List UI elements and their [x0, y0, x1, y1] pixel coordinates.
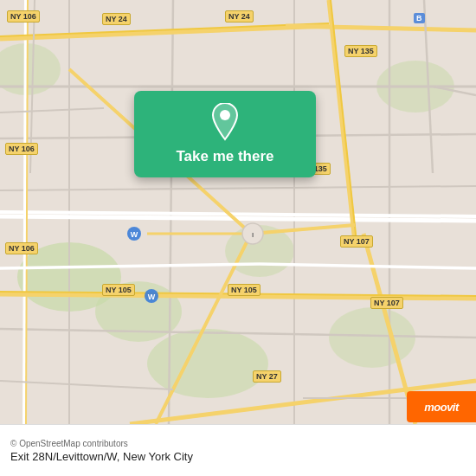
- label-ny24-1: NY 24: [102, 13, 131, 25]
- svg-text:I: I: [252, 231, 254, 239]
- take-me-there-button[interactable]: Take me there: [176, 148, 273, 165]
- label-ny107-2: NY 107: [370, 297, 403, 309]
- label-ny27: NY 27: [253, 370, 281, 383]
- label-ny106-3: NY 106: [5, 242, 38, 254]
- label-ny106-2: NY 106: [5, 143, 38, 155]
- bottom-info: © OpenStreetMap contributors Exit 28N/Le…: [10, 439, 466, 463]
- svg-text:W: W: [131, 230, 138, 239]
- copyright-text: © OpenStreetMap contributors: [10, 439, 466, 448]
- moovit-logo: moovit: [407, 391, 476, 422]
- label-ny24-2: NY 24: [225, 10, 254, 23]
- map-container: W W I NY 106 NY 106 NY 106 NY 24 NY 24 N…: [0, 0, 476, 424]
- location-pin-icon: [209, 103, 241, 141]
- popup-card[interactable]: Take me there: [134, 91, 316, 177]
- label-ny105-1: NY 105: [102, 284, 135, 296]
- svg-text:W: W: [148, 293, 156, 301]
- label-ny135-1: NY 135: [344, 45, 377, 57]
- svg-point-5: [329, 307, 415, 368]
- location-text: Exit 28N/Levittown/W, New York City: [10, 450, 466, 463]
- label-ny105-2: NY 105: [228, 284, 261, 296]
- label-ny106-1: NY 106: [7, 10, 40, 23]
- svg-point-4: [147, 329, 268, 398]
- svg-point-47: [220, 110, 230, 120]
- label-ny107-1: NY 107: [340, 235, 373, 248]
- bottom-bar: © OpenStreetMap contributors Exit 28N/Le…: [0, 424, 476, 476]
- label-b: B: [414, 13, 425, 23]
